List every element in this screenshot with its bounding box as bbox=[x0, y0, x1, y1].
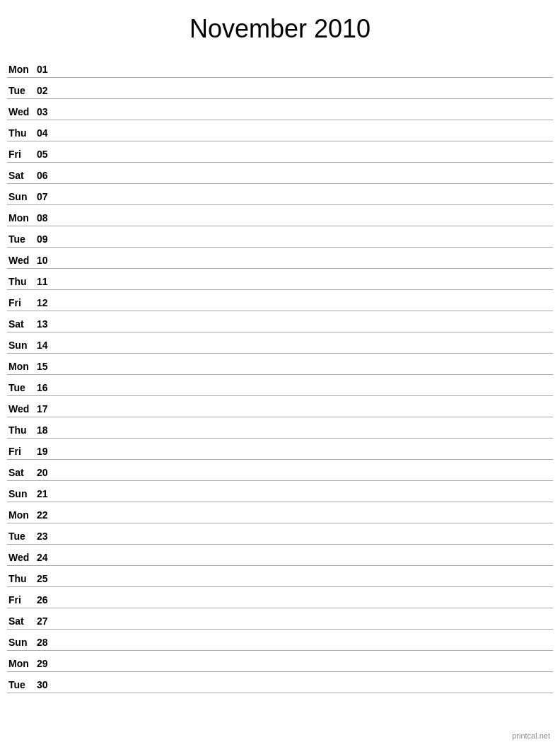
day-name: Mon bbox=[7, 64, 37, 75]
calendar-row: Sat27 bbox=[7, 608, 553, 630]
day-number: 23 bbox=[37, 531, 58, 542]
calendar-row: Thu11 bbox=[7, 269, 553, 290]
day-name: Sat bbox=[7, 467, 37, 478]
calendar-row: Wed03 bbox=[7, 99, 553, 120]
day-name: Mon bbox=[7, 361, 37, 372]
page-title: November 2010 bbox=[7, 14, 553, 44]
day-number: 26 bbox=[37, 594, 58, 606]
day-number: 05 bbox=[37, 149, 58, 160]
day-number: 04 bbox=[37, 127, 58, 139]
calendar-row: Thu04 bbox=[7, 120, 553, 141]
day-number: 11 bbox=[37, 276, 58, 287]
calendar-row: Fri12 bbox=[7, 290, 553, 311]
day-number: 30 bbox=[37, 679, 58, 690]
day-name: Fri bbox=[7, 297, 37, 308]
day-name: Tue bbox=[7, 233, 37, 245]
day-name: Sat bbox=[7, 318, 37, 330]
page: November 2010 Mon01Tue02Wed03Thu04Fri05S… bbox=[0, 0, 560, 747]
day-number: 13 bbox=[37, 318, 58, 330]
calendar-row: Sun21 bbox=[7, 481, 553, 502]
day-number: 28 bbox=[37, 637, 58, 648]
day-name: Mon bbox=[7, 509, 37, 521]
day-number: 07 bbox=[37, 191, 58, 202]
day-number: 06 bbox=[37, 170, 58, 181]
day-name: Sun bbox=[7, 340, 37, 351]
day-name: Fri bbox=[7, 446, 37, 457]
calendar-row: Wed24 bbox=[7, 545, 553, 566]
day-number: 02 bbox=[37, 85, 58, 96]
day-number: 19 bbox=[37, 446, 58, 457]
day-name: Wed bbox=[7, 255, 37, 266]
day-number: 20 bbox=[37, 467, 58, 478]
day-name: Tue bbox=[7, 85, 37, 96]
day-number: 27 bbox=[37, 615, 58, 627]
day-number: 17 bbox=[37, 403, 58, 415]
day-number: 16 bbox=[37, 382, 58, 393]
day-name: Mon bbox=[7, 212, 37, 224]
calendar-row: Mon08 bbox=[7, 205, 553, 226]
day-name: Wed bbox=[7, 552, 37, 563]
day-name: Mon bbox=[7, 658, 37, 669]
calendar-row: Fri05 bbox=[7, 141, 553, 163]
calendar-row: Mon01 bbox=[7, 57, 553, 78]
day-number: 21 bbox=[37, 488, 58, 499]
calendar-row: Tue02 bbox=[7, 78, 553, 99]
calendar-row: Tue23 bbox=[7, 523, 553, 545]
day-name: Sun bbox=[7, 488, 37, 499]
calendar-row: Fri26 bbox=[7, 587, 553, 608]
day-name: Fri bbox=[7, 149, 37, 160]
calendar-row: Tue16 bbox=[7, 375, 553, 396]
day-number: 03 bbox=[37, 106, 58, 117]
day-number: 10 bbox=[37, 255, 58, 266]
calendar-row: Sun07 bbox=[7, 184, 553, 205]
calendar-row: Fri19 bbox=[7, 439, 553, 460]
day-name: Sat bbox=[7, 170, 37, 181]
day-name: Sun bbox=[7, 637, 37, 648]
day-name: Wed bbox=[7, 403, 37, 415]
day-name: Sat bbox=[7, 615, 37, 627]
day-number: 01 bbox=[37, 64, 58, 75]
day-number: 15 bbox=[37, 361, 58, 372]
day-name: Wed bbox=[7, 106, 37, 117]
day-number: 18 bbox=[37, 424, 58, 436]
calendar-row: Sun28 bbox=[7, 630, 553, 651]
day-number: 08 bbox=[37, 212, 58, 224]
calendar-row: Mon15 bbox=[7, 354, 553, 375]
calendar-row: Tue09 bbox=[7, 226, 553, 248]
day-name: Thu bbox=[7, 573, 37, 584]
calendar-row: Sun14 bbox=[7, 332, 553, 354]
calendar-row: Wed17 bbox=[7, 396, 553, 417]
calendar-row: Mon29 bbox=[7, 651, 553, 672]
calendar-row: Wed10 bbox=[7, 248, 553, 269]
day-number: 09 bbox=[37, 233, 58, 245]
day-number: 22 bbox=[37, 509, 58, 521]
calendar-row: Sat13 bbox=[7, 311, 553, 332]
day-name: Tue bbox=[7, 679, 37, 690]
calendar-row: Tue30 bbox=[7, 672, 553, 693]
day-number: 14 bbox=[37, 340, 58, 351]
calendar-rows: Mon01Tue02Wed03Thu04Fri05Sat06Sun07Mon08… bbox=[7, 57, 553, 693]
day-number: 25 bbox=[37, 573, 58, 584]
day-number: 29 bbox=[37, 658, 58, 669]
day-name: Thu bbox=[7, 276, 37, 287]
day-name: Tue bbox=[7, 531, 37, 542]
day-number: 24 bbox=[37, 552, 58, 563]
day-name: Fri bbox=[7, 594, 37, 606]
calendar-row: Sat20 bbox=[7, 460, 553, 481]
calendar-row: Mon22 bbox=[7, 502, 553, 523]
day-name: Sun bbox=[7, 191, 37, 202]
calendar-row: Thu18 bbox=[7, 417, 553, 439]
calendar-row: Thu25 bbox=[7, 566, 553, 587]
day-name: Thu bbox=[7, 127, 37, 139]
watermark: printcal.net bbox=[512, 731, 550, 740]
calendar-row: Sat06 bbox=[7, 163, 553, 184]
day-name: Thu bbox=[7, 424, 37, 436]
day-name: Tue bbox=[7, 382, 37, 393]
day-number: 12 bbox=[37, 297, 58, 308]
